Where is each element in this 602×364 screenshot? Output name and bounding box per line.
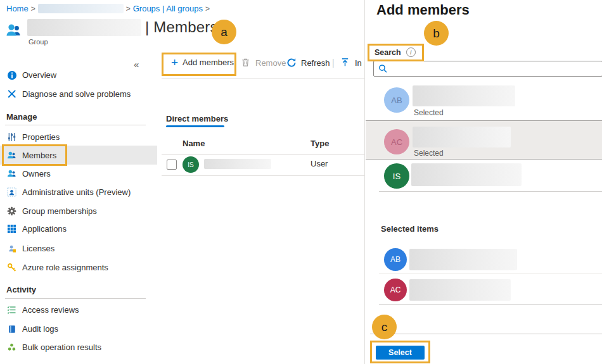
owners-icon: [6, 168, 17, 179]
sidebar-section-activity: Activity: [6, 285, 36, 294]
toolbar-divider-line: [162, 78, 364, 79]
column-header-type[interactable]: Type: [311, 139, 329, 148]
sidebar-item-bulk-operation-results[interactable]: Bulk operation results: [0, 338, 157, 356]
divider: [379, 191, 602, 192]
sidebar-item-label: Diagnose and solve problems: [22, 89, 131, 99]
add-members-panel: Add members b Search i AB Selected AC Se…: [364, 0, 602, 364]
table-header-divider: [162, 154, 364, 155]
page-subtitle: Group: [29, 38, 48, 46]
log-book-icon: [6, 323, 17, 334]
suggestion-row[interactable]: IS: [365, 161, 602, 191]
gear-icon: [6, 206, 17, 217]
sidebar-item-label: Members: [22, 151, 56, 160]
sidebar-section-manage: Manage: [6, 112, 37, 122]
page-title: | Members: [145, 18, 218, 36]
members-icon: [6, 150, 17, 161]
tools-icon: [6, 89, 17, 99]
row-checkbox[interactable]: [167, 160, 177, 170]
member-name-redacted: [204, 159, 271, 169]
suggestion-avatar: AB: [384, 87, 409, 113]
panel-title: Add members: [376, 2, 470, 18]
refresh-icon: [286, 58, 297, 68]
admin-units-icon: [6, 187, 17, 198]
sidebar-item-label: Owners: [22, 169, 51, 179]
member-avatar: IS: [183, 156, 199, 173]
bulk-results-icon: [6, 342, 17, 353]
search-label: Search: [375, 48, 401, 57]
sidebar-item-administrative-units[interactable]: Administrative units (Preview): [0, 183, 157, 201]
suggestion-name-redacted: [411, 163, 522, 186]
sidebar-item-diagnose[interactable]: Diagnose and solve problems: [0, 85, 157, 103]
sidebar-item-group-memberships[interactable]: Group memberships: [0, 202, 157, 220]
refresh-button[interactable]: Refresh: [286, 58, 330, 68]
search-input[interactable]: [373, 61, 602, 77]
sidebar-item-applications[interactable]: Applications: [0, 220, 157, 238]
search-label-group: Search i: [375, 47, 416, 57]
sidebar-item-owners[interactable]: Owners: [0, 165, 157, 183]
table-row-divider: [162, 175, 364, 176]
sidebar-item-label: Azure role assignments: [22, 263, 108, 272]
remove-button[interactable]: Remove: [241, 58, 286, 68]
sidebar-item-members[interactable]: Members: [0, 146, 157, 165]
select-button[interactable]: Select: [376, 346, 425, 360]
info-icon: [6, 70, 17, 80]
add-members-button[interactable]: + Add members: [171, 58, 234, 67]
selected-item-name-redacted: [409, 249, 517, 270]
add-members-label: Add members: [183, 58, 234, 67]
sidebar-item-label: Audit logs: [22, 324, 58, 334]
remove-label: Remove: [255, 58, 286, 68]
sidebar-item-audit-logs[interactable]: Audit logs: [0, 320, 157, 338]
sliders-icon: [6, 132, 17, 142]
key-icon: [6, 262, 17, 273]
breadcrumb-groups-link[interactable]: Groups | All groups: [133, 4, 203, 13]
suggestion-name-redacted: [413, 127, 511, 147]
azure-portal-screen: Home > > Groups | All groups > | Members…: [0, 0, 602, 364]
annotation-circle-c: c: [372, 315, 397, 339]
info-icon[interactable]: i: [406, 47, 416, 57]
toolbar-divider: |: [332, 58, 335, 68]
divider: [379, 304, 602, 305]
divider: [379, 273, 602, 274]
sidebar-item-licenses[interactable]: Licenses: [0, 239, 157, 258]
suggestion-name-redacted: [413, 85, 515, 106]
suggestion-avatar: AC: [384, 129, 409, 154]
sidebar-item-label: Administrative units (Preview): [22, 187, 131, 197]
refresh-label: Refresh: [301, 58, 330, 68]
sidebar-item-access-reviews[interactable]: Access reviews: [0, 301, 157, 319]
selected-item-row[interactable]: AC: [365, 276, 602, 304]
tab-direct-members[interactable]: Direct members: [166, 114, 228, 123]
sidebar-item-label: Applications: [22, 224, 67, 234]
upload-icon: [340, 58, 350, 68]
suggestion-row[interactable]: AB Selected: [365, 83, 602, 120]
waffle-grid-icon: [6, 223, 17, 234]
group-icon: [6, 23, 23, 39]
suggestion-row[interactable]: AC Selected: [366, 120, 602, 160]
trash-icon: [241, 58, 251, 68]
tab-active-underline: [166, 125, 224, 127]
breadcrumb-home-link[interactable]: Home: [6, 4, 29, 13]
sidebar-item-label: Licenses: [22, 244, 54, 253]
import-button[interactable]: In: [340, 58, 362, 68]
breadcrumb: Home > > Groups | All groups >: [6, 4, 212, 13]
selected-item-avatar: AB: [384, 248, 407, 271]
divider: [5, 298, 146, 299]
search-icon: [378, 64, 388, 76]
column-header-name[interactable]: Name: [183, 139, 205, 148]
divider: [5, 125, 146, 125]
selected-item-row[interactable]: AB: [365, 246, 602, 273]
selected-items-header: Selected items: [381, 224, 439, 234]
plus-icon: +: [171, 58, 178, 67]
sidebar-item-azure-role-assignments[interactable]: Azure role assignments: [0, 258, 157, 277]
sidebar-item-label: Group memberships: [22, 206, 97, 216]
sidebar-item-label: Properties: [22, 132, 60, 142]
suggestion-status: Selected: [414, 149, 444, 158]
sidebar-item-label: Overview: [22, 70, 56, 80]
sidebar-item-overview[interactable]: Overview: [0, 66, 157, 84]
license-person-icon: [6, 243, 17, 254]
annotation-circle-a: a: [212, 20, 236, 44]
breadcrumb-separator: >: [31, 4, 35, 13]
import-label: In: [355, 58, 362, 68]
sidebar-item-label: Access reviews: [22, 305, 79, 315]
sidebar-item-label: Bulk operation results: [22, 342, 101, 352]
sidebar-item-properties[interactable]: Properties: [0, 128, 157, 146]
